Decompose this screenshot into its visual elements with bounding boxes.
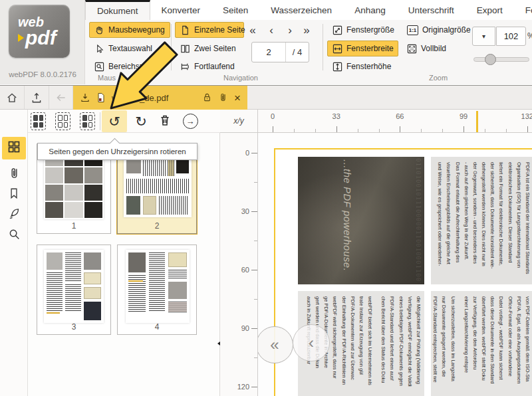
single-page-icon — [180, 25, 190, 35]
bereichszoom-button[interactable]: Bereichszoom — [89, 58, 164, 74]
zoom-box-icon — [94, 62, 104, 72]
page-paragraph-3: von PDF-Dateien gemäß dem ISO-StaPDF/A. … — [431, 291, 532, 396]
fit-width-icon — [332, 44, 342, 54]
image-caption: ...the PDF powerhouse. — [342, 159, 353, 282]
thumbnails-grid-icon — [7, 140, 21, 156]
previous-page-overlay-button[interactable]: ‹ — [293, 324, 330, 361]
ribbon-tabstrip: Dokument Konverter Seiten Wasserzeichen … — [85, 0, 532, 20]
next-page-button[interactable]: › — [282, 24, 298, 37]
sidebar-item-bookmarks[interactable] — [2, 183, 26, 206]
move-page-button[interactable]: → — [178, 110, 202, 132]
cursor-icon — [94, 44, 104, 54]
fensterhoehe-button[interactable]: Fensterhöhe — [327, 58, 396, 74]
webpdf-logo: web pdf — [9, 5, 70, 58]
deselect-all-pages-button[interactable] — [55, 112, 70, 130]
continuous-icon — [180, 62, 190, 72]
hruler-position-marker — [476, 111, 478, 132]
hruler-labels: 0336699132 — [273, 112, 532, 120]
mausbewegung-button[interactable]: Mausbewegung — [89, 22, 170, 38]
logo-text-pdf: pdf — [25, 29, 57, 47]
group-divider — [323, 24, 323, 70]
sidebar-item-search[interactable] — [2, 224, 26, 247]
tab-konverter[interactable]: Konverter — [150, 0, 212, 20]
tab-unterschrift[interactable]: Unterschrift — [397, 0, 466, 20]
textauswahl-label: Textauswahl — [108, 44, 152, 53]
zoom-percent-label: % — [527, 31, 532, 41]
zoom-dropdown-button[interactable]: ▾ — [472, 27, 495, 46]
fortlaufend-button[interactable]: Fortlaufend — [175, 58, 240, 74]
tab-formulare[interactable]: For — [514, 0, 532, 20]
delete-page-button[interactable] — [153, 110, 177, 132]
page-selection-border — [274, 148, 532, 149]
home-icon — [6, 92, 18, 104]
upload-button[interactable] — [25, 86, 49, 109]
page-number-label: 1 — [37, 221, 110, 231]
tab-wasserzeichen[interactable]: Wasserzeichen — [259, 0, 343, 20]
last-page-button[interactable]: » — [299, 24, 315, 37]
left-sidebar — [0, 110, 28, 396]
textauswahl-button[interactable]: Textauswahl — [89, 41, 158, 56]
current-page-input[interactable]: 2 — [252, 43, 286, 62]
hand-icon — [94, 25, 104, 35]
sidebar-item-thumbnails[interactable] — [2, 137, 26, 159]
webpdf-app: web pdf webPDF 8.0.0.2176 Dokument Konve… — [0, 0, 532, 396]
zwei-seiten-button[interactable]: Zwei Seiten — [175, 41, 241, 56]
page-photo-block: 0110100101110000011001000110011000110001… — [298, 157, 424, 284]
home-button[interactable] — [0, 86, 25, 109]
download-icon[interactable] — [80, 92, 90, 103]
document-tab[interactable]: webpdf_de.pdf × — [73, 86, 247, 110]
back-button[interactable] — [49, 86, 73, 109]
prev-page-button[interactable]: ‹ — [263, 24, 279, 37]
fenstergroesse-button[interactable]: Fenstergröße — [327, 22, 400, 38]
tab-dokument[interactable]: Dokument — [85, 0, 150, 20]
zwei-seiten-label: Zwei Seiten — [194, 44, 236, 53]
rotate-ccw-icon: ↺ — [108, 114, 120, 128]
rotate-cw-button[interactable]: ↻ — [129, 110, 153, 132]
rotate-ccw-button[interactable]: ↺ — [102, 110, 127, 132]
paperclip-icon — [8, 167, 21, 182]
fortlaufend-label: Fortlaufend — [194, 62, 235, 71]
fullscreen-icon — [407, 44, 417, 54]
select-all-pages-button[interactable] — [31, 112, 46, 130]
fit-height-icon — [332, 62, 342, 72]
page-3-preview — [44, 250, 104, 323]
mouse-group-label: Maus — [98, 74, 116, 82]
thumbnail-panel: 1 2 — [28, 133, 220, 396]
sidebar-item-attachments[interactable] — [2, 163, 26, 185]
tab-anhang[interactable]: Anhang — [343, 0, 397, 20]
navigation-group-label: Navigation — [223, 74, 258, 82]
mausbewegung-label: Mausbewegung — [108, 25, 165, 35]
page-paragraph-1: PDF/A ist ein Standard der International… — [431, 157, 532, 284]
logo-triangle-icon — [18, 34, 24, 42]
zoom-slider-handle[interactable] — [485, 54, 496, 65]
zoom-value-input[interactable]: 102 — [496, 27, 526, 46]
tab-export[interactable]: Export — [466, 0, 514, 20]
originalgroesse-label: Originalgröße — [422, 25, 471, 35]
thumbnail-page-4[interactable]: 4 — [117, 245, 197, 335]
arrow-right-circle-icon: → — [183, 114, 198, 129]
pages-toolbar: ↺ ↻ → — [28, 110, 220, 133]
close-document-icon[interactable]: × — [234, 92, 241, 104]
originalgroesse-button[interactable]: 1:1 Originalgröße — [402, 22, 476, 38]
rotate-cw-icon: ↻ — [135, 114, 147, 128]
tab-seiten[interactable]: Seiten — [211, 0, 259, 20]
toolbar-divider — [100, 112, 100, 130]
ribbon: web pdf webPDF 8.0.0.2176 Dokument Konve… — [0, 0, 532, 84]
document-viewer[interactable]: 0110100101110000011001000110011000110001… — [258, 133, 532, 396]
document-filename: webpdf_de.pdf — [112, 93, 197, 103]
lock-icon — [202, 92, 213, 103]
fensterbreite-button[interactable]: Fensterbreite — [327, 41, 398, 56]
thumbnail-page-3[interactable]: 3 — [37, 245, 111, 335]
invert-page-selection-button[interactable] — [80, 112, 95, 130]
search-icon — [8, 228, 21, 243]
one-to-one-icon: 1:1 — [407, 25, 418, 35]
group-divider — [171, 24, 172, 70]
einzelne-seite-label: Einzelne Seite — [194, 25, 245, 35]
first-page-button[interactable]: « — [245, 24, 261, 37]
zoom-slider-track[interactable] — [473, 57, 529, 62]
sidebar-item-signature[interactable] — [2, 203, 26, 226]
total-pages-label: / 4 — [286, 43, 309, 62]
einzelne-seite-button[interactable]: Einzelne Seite — [175, 22, 244, 38]
vollbild-button[interactable]: Vollbild — [402, 41, 452, 56]
paperclip-icon — [218, 92, 229, 103]
